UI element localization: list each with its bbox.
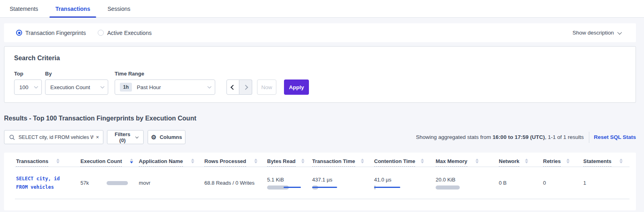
bytes-read-bar bbox=[267, 186, 303, 190]
time-range-field: Time Range 1h Past Hour bbox=[115, 71, 223, 95]
top-field: Top 100 bbox=[14, 71, 42, 95]
cell-statements: 1 bbox=[583, 180, 632, 186]
column-header-network: Network bbox=[499, 158, 543, 167]
show-description-label: Show description bbox=[572, 30, 614, 36]
time-range-select[interactable]: 1h Past Hour bbox=[115, 80, 215, 95]
sort-icon[interactable] bbox=[301, 159, 305, 163]
columns-label: Columns bbox=[160, 134, 182, 140]
sort-icon[interactable] bbox=[475, 159, 479, 163]
sort-icon[interactable] bbox=[421, 159, 424, 163]
by-field: By Execution Count bbox=[45, 71, 108, 95]
search-criteria-title: Search Criteria bbox=[14, 55, 626, 62]
max-memory-bar bbox=[436, 186, 472, 190]
column-header-statements: Statements bbox=[583, 158, 632, 167]
chevron-left-icon bbox=[230, 85, 236, 90]
execution-count-bar bbox=[107, 181, 131, 185]
transaction-time-bar bbox=[312, 186, 348, 190]
results-controls: × Filters (0) ⚙ Columns Showing aggregat… bbox=[4, 130, 636, 144]
show-description-toggle[interactable]: Show description bbox=[572, 30, 628, 36]
column-header-rows-processed: Rows Processed bbox=[204, 158, 267, 167]
contention-time-bar bbox=[374, 186, 410, 190]
radio-active-executions[interactable]: Active Executions bbox=[98, 30, 152, 36]
transactions-page: Statements Transactions Sessions Transac… bbox=[0, 0, 644, 210]
stats-summary: Showing aggregated stats from 16:00 to 1… bbox=[416, 132, 636, 143]
search-criteria-controls: Top 100 By Execution Count Time Range 1h… bbox=[14, 71, 626, 95]
by-label: By bbox=[45, 71, 108, 77]
time-range-value: Past Hour bbox=[137, 84, 161, 90]
tab-transactions[interactable]: Transactions bbox=[49, 0, 96, 17]
chevron-down-icon bbox=[208, 84, 212, 88]
column-header-application-name: Application Name bbox=[139, 158, 204, 167]
sort-icon[interactable] bbox=[525, 159, 528, 163]
sort-icon[interactable] bbox=[56, 159, 60, 163]
divider bbox=[589, 132, 589, 143]
sort-icon[interactable] bbox=[619, 159, 623, 163]
column-header-max-memory: Max Memory bbox=[436, 158, 499, 167]
chevron-down-icon bbox=[617, 30, 622, 34]
table-header-row: Transactions Execution Count Application… bbox=[4, 158, 636, 167]
cell-application-name: movr bbox=[139, 180, 204, 186]
reset-sql-stats-link[interactable]: Reset SQL Stats bbox=[594, 134, 636, 140]
gear-icon: ⚙ bbox=[151, 134, 156, 140]
by-select-value: Execution Count bbox=[50, 84, 90, 90]
column-header-execution-count: Execution Count bbox=[80, 158, 139, 167]
cell-transaction-time: 437.1 µs bbox=[312, 177, 374, 190]
top-label: Top bbox=[14, 71, 42, 77]
radio-label: Transaction Fingerprints bbox=[25, 30, 86, 36]
cell-execution-count: 57k bbox=[80, 180, 139, 186]
previous-time-button[interactable] bbox=[226, 80, 239, 95]
cell-rows-processed: 68.8 Reads / 0 Writes bbox=[204, 180, 267, 186]
sort-icon[interactable] bbox=[566, 159, 570, 163]
search-box: × bbox=[4, 130, 103, 144]
filters-button[interactable]: Filters (0) bbox=[107, 130, 144, 144]
radio-unselected-icon bbox=[98, 30, 104, 36]
tab-statements[interactable]: Statements bbox=[4, 0, 44, 17]
chevron-down-icon bbox=[34, 84, 38, 88]
sql-activity-tabs: Statements Transactions Sessions bbox=[0, 0, 644, 18]
apply-button[interactable]: Apply bbox=[284, 80, 309, 95]
cell-retries: 0 bbox=[543, 180, 583, 186]
radio-transaction-fingerprints[interactable]: Transaction Fingerprints bbox=[16, 30, 86, 36]
cell-max-memory: 20.0 KiB bbox=[436, 177, 499, 190]
sort-icon[interactable] bbox=[191, 159, 194, 163]
by-select[interactable]: Execution Count bbox=[45, 80, 108, 95]
columns-button[interactable]: ⚙ Columns bbox=[148, 130, 185, 144]
results-heading: Results - Top 100 Transaction Fingerprin… bbox=[4, 115, 644, 122]
tab-sessions[interactable]: Sessions bbox=[101, 0, 136, 17]
view-toggle-row: Transaction Fingerprints Active Executio… bbox=[4, 23, 636, 42]
radio-label: Active Executions bbox=[107, 30, 152, 36]
chevron-right-icon bbox=[243, 85, 248, 90]
column-header-bytes-read: Bytes Read bbox=[267, 158, 312, 167]
next-time-button[interactable] bbox=[239, 80, 252, 95]
top-select[interactable]: 100 bbox=[14, 80, 42, 95]
transaction-fingerprint-link[interactable]: SELECT city, idFROM vehicles bbox=[16, 175, 80, 192]
column-header-transaction-time: Transaction Time bbox=[312, 158, 374, 167]
cell-transaction-fingerprint: SELECT city, idFROM vehicles bbox=[16, 175, 80, 192]
chevron-down-icon bbox=[101, 84, 105, 88]
filters-label: Filters (0) bbox=[113, 131, 132, 143]
search-criteria-panel: Search Criteria Top 100 By Execution Cou… bbox=[4, 46, 636, 103]
cell-bytes-read: 5.1 KiB bbox=[267, 177, 312, 190]
time-range-label: Time Range bbox=[115, 71, 223, 77]
sort-desc-icon[interactable] bbox=[130, 159, 133, 163]
sort-icon[interactable] bbox=[254, 159, 257, 163]
radio-selected-icon bbox=[16, 30, 22, 36]
cell-network: 0 B bbox=[499, 180, 543, 186]
sort-icon[interactable] bbox=[361, 159, 364, 163]
search-input[interactable] bbox=[19, 135, 93, 140]
time-range-badge: 1h bbox=[120, 83, 132, 92]
column-header-transactions: Transactions bbox=[16, 158, 80, 167]
table-row: SELECT city, idFROM vehicles 57k movr 68… bbox=[4, 167, 636, 199]
column-header-contention-time: Contention Time bbox=[374, 158, 436, 167]
time-pager bbox=[226, 80, 252, 95]
stats-text: Showing aggregated stats from 16:00 to 1… bbox=[416, 134, 584, 140]
transactions-table: Transactions Execution Count Application… bbox=[4, 153, 636, 210]
chevron-down-icon bbox=[135, 135, 138, 138]
now-button[interactable]: Now bbox=[257, 80, 276, 95]
search-icon bbox=[9, 135, 15, 140]
top-select-value: 100 bbox=[19, 84, 29, 90]
clear-search-icon[interactable]: × bbox=[93, 134, 99, 140]
row-divider bbox=[15, 199, 630, 199]
column-header-retries: Retries bbox=[543, 158, 583, 167]
cell-contention-time: 41.0 µs bbox=[374, 177, 436, 190]
